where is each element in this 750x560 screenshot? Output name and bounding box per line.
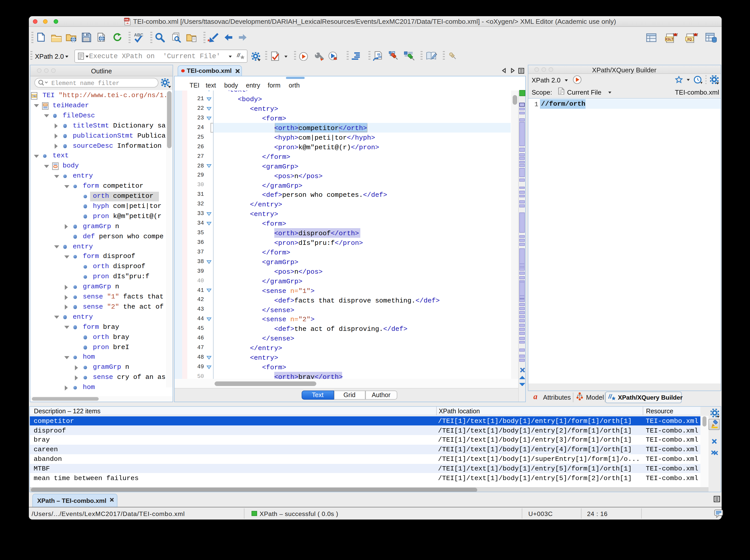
svg-text:ABC: ABC bbox=[134, 33, 143, 37]
svg-text:XSLT: XSLT bbox=[665, 37, 673, 41]
svg-text:‹●›: ‹●› bbox=[126, 21, 129, 24]
svg-text:*: * bbox=[208, 38, 210, 43]
svg-text:XML: XML bbox=[124, 18, 129, 21]
svg-text:TEI: TEI bbox=[33, 95, 36, 97]
svg-text://: // bbox=[608, 393, 612, 400]
svg-text://: // bbox=[237, 52, 241, 58]
svg-text:XQ: XQ bbox=[687, 37, 692, 41]
